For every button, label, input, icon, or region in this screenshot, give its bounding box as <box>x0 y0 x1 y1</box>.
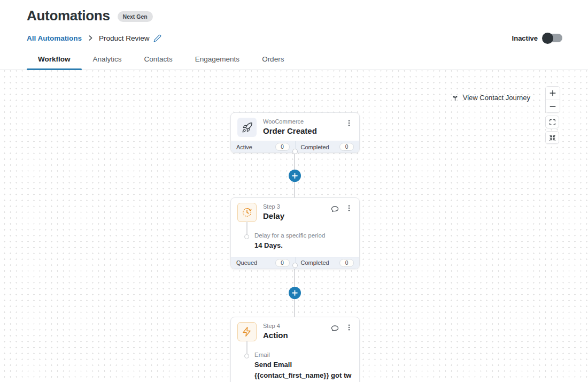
workflow-node-delay[interactable]: Step 3 Delay Delay for a specific period… <box>230 197 360 269</box>
tab-contacts[interactable]: Contacts <box>133 50 184 70</box>
kebab-menu-icon[interactable] <box>345 204 353 213</box>
stat-count-badge: 0 <box>339 143 354 151</box>
workflow-node-trigger[interactable]: WooCommerce Order Created Active 0 Compl… <box>230 112 360 153</box>
action-type-label: Email <box>254 352 353 358</box>
clock-history-icon <box>237 203 257 222</box>
journey-split-icon <box>451 94 459 102</box>
stat-label: Active <box>236 144 252 150</box>
comment-icon[interactable] <box>330 324 339 333</box>
action-name: Send Email <box>254 361 353 370</box>
journey-label: View Contact Journey <box>463 94 530 102</box>
active-toggle[interactable] <box>543 34 562 42</box>
tab-bar: Workflow Analytics Contacts Engagements … <box>0 50 588 70</box>
tab-engagements[interactable]: Engagements <box>184 50 251 70</box>
breadcrumb-chevron-icon <box>87 34 94 42</box>
node-step-label: Step 4 <box>263 323 288 330</box>
node-title: Order Created <box>263 126 317 136</box>
shrink-icon <box>549 134 556 141</box>
expand-fullscreen-button[interactable] <box>545 116 559 128</box>
stat-count-badge: 0 <box>275 259 290 267</box>
canvas-controls <box>545 86 560 144</box>
tab-workflow[interactable]: Workflow <box>27 50 82 70</box>
stat-label: Completed <box>301 259 329 266</box>
node-bullet <box>244 354 249 358</box>
node-title: Delay <box>263 211 284 221</box>
plus-icon <box>291 172 298 179</box>
email-subject: {{contact_first_name}} got two minutes? <box>254 371 353 382</box>
breadcrumb: All Automations Product Review Inactive <box>27 34 562 42</box>
delay-value: 14 Days. <box>254 241 353 250</box>
view-contact-journey-link[interactable]: View Contact Journey <box>451 94 530 102</box>
delay-description: Delay for a specific period <box>254 232 353 239</box>
stat-count-badge: 0 <box>275 143 290 151</box>
node-title: Action <box>263 331 288 341</box>
node-step-label: Step 3 <box>263 203 284 211</box>
stat-count-badge: 0 <box>339 259 354 267</box>
comment-icon[interactable] <box>330 204 339 213</box>
status-label: Inactive <box>512 34 538 42</box>
node-subtitle: WooCommerce <box>263 118 317 126</box>
fit-view-button[interactable] <box>545 131 559 144</box>
lightning-icon <box>237 322 257 341</box>
next-gen-badge: Next Gen <box>118 11 153 22</box>
stat-label: Completed <box>301 144 329 150</box>
rocket-icon <box>237 118 257 137</box>
breadcrumb-current: Product Review <box>99 34 150 42</box>
plus-icon <box>549 89 556 97</box>
kebab-menu-icon[interactable] <box>345 324 353 333</box>
maximize-icon <box>549 119 556 126</box>
edit-pencil-icon[interactable] <box>153 34 161 42</box>
node-output-port <box>292 149 298 154</box>
tab-orders[interactable]: Orders <box>251 50 295 70</box>
workflow-canvas[interactable]: View Contact Journey <box>0 70 588 382</box>
breadcrumb-parent-link[interactable]: All Automations <box>27 34 82 42</box>
node-output-port <box>292 263 298 268</box>
tab-analytics[interactable]: Analytics <box>82 50 133 70</box>
zoom-in-button[interactable] <box>546 87 560 100</box>
plus-icon <box>291 289 298 296</box>
minus-icon <box>549 103 556 110</box>
toggle-knob <box>542 33 553 44</box>
workflow-node-action[interactable]: Step 4 Action Email Send Email {{contact… <box>230 317 360 382</box>
node-bullet <box>244 234 249 239</box>
page-header: Automations Next Gen All Automations Pro… <box>0 0 588 42</box>
add-step-button[interactable] <box>289 170 301 182</box>
stat-label: Queued <box>236 259 257 266</box>
page-title: Automations <box>27 7 110 24</box>
add-step-button[interactable] <box>289 287 301 299</box>
kebab-menu-icon[interactable] <box>345 119 353 127</box>
zoom-out-button[interactable] <box>546 100 560 112</box>
